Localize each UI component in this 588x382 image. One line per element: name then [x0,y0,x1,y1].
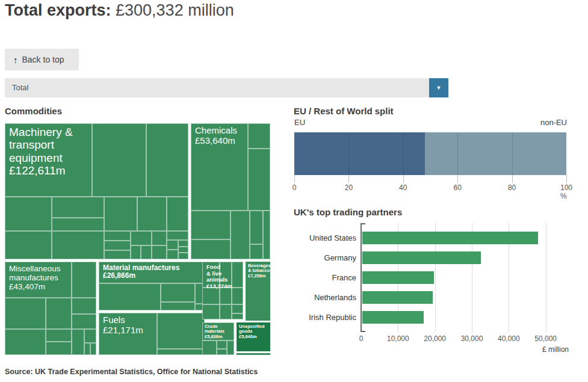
partner-bar-irish-republic[interactable] [362,311,424,324]
treemap-subcell [161,302,195,310]
gridline [403,132,404,175]
treemap-subcell [137,197,167,231]
treemap-cell-crude[interactable]: Crude materials £5,836m [202,322,234,355]
partner-bar-france[interactable] [362,271,434,284]
treemap-subcell [52,197,104,218]
treemap-subcell [248,149,270,211]
page-title-value: £300,332 million [116,1,234,19]
gridline [512,132,513,175]
treemap-subcell [72,298,96,313]
treemap-cell-miscellaneous[interactable]: Miscellaneous manufactures £43,407m [5,262,96,355]
x-axis-tick-label: 50,000 [534,334,557,343]
treemap-cell-other-small[interactable] [237,353,270,355]
treemap-subcell [161,283,195,303]
x-axis-tick [457,175,458,183]
treemap-subcell [5,197,52,231]
treemap-subcell [5,329,46,355]
partner-bar-united-states[interactable] [362,232,538,244]
partner-category-label: United States [294,233,356,242]
treemap-subcell [46,342,72,355]
treemap-subcell [104,241,131,250]
treemap-cell-beverages[interactable]: Beverages & tobacco £7,258m [246,262,270,321]
treemap-subcell [52,231,104,259]
up-arrow-icon: ↑ [13,55,18,65]
treemap-subcell [167,240,178,250]
gridline [457,132,458,175]
treemap-subcell [232,288,243,304]
x-axis-tick-label: 100 [560,183,572,192]
page-title: Total exports: £300,332 million [5,0,234,20]
x-axis-tick-label: 30,000 [461,334,483,343]
partner-bar-germany[interactable] [362,251,481,264]
x-axis-tick [348,175,349,183]
treemap-subcell [220,304,232,319]
eu-segment[interactable] [294,132,425,175]
treemap-subcell [141,245,151,259]
treemap-subcell [232,262,243,288]
treemap-subcell [5,231,52,259]
page-title-label: Total exports: [5,1,111,19]
treemap-subcell [178,253,188,259]
back-to-top-label: Back to top [22,55,64,64]
treemap-subcell [227,340,234,355]
treemap-cell-material[interactable]: Material manufactures £26,866m [99,262,205,310]
treemap-subcell [5,298,46,328]
x-axis-tick-label: 40,000 [498,334,520,343]
treemap-subcell [52,218,104,230]
non-eu-segment[interactable] [425,132,566,175]
y-axis-line [361,223,362,332]
treemap-subcell [46,298,72,328]
treemap-subcell [217,340,227,349]
treemap-subcell [84,329,96,343]
treemap-cell-food[interactable]: Food & live animals £13,374m [202,262,243,319]
x-axis-tick [403,175,404,183]
x-axis-tick-label: 20 [345,183,353,192]
treemap-subcell [84,343,90,355]
treemap-cell-fuels[interactable]: Fuels £21,171m [99,313,205,355]
treemap-subcell [104,250,131,259]
treemap-subcell [202,340,217,355]
partner-category-label: Irish Republic [294,313,356,322]
treemap-subcell [191,211,231,240]
treemap-subcell [146,123,188,197]
treemap-cell-label: Material manufactures £26,866m [99,262,205,283]
x-axis-tick-label: 80 [508,183,516,192]
eu-split-heading: EU / Rest of World split [294,106,394,116]
partner-category-label: Germany [294,253,356,262]
treemap-cell-label: Chemicals £53,640m [191,123,256,149]
eu-split-bar [294,132,566,175]
treemap-cell-machinery[interactable]: Machinery & transport equipment £122,611… [5,123,188,259]
treemap-subcell [72,314,96,329]
treemap-subcell [250,244,263,259]
treemap-subcell [263,211,270,259]
y-axis-line [361,331,365,332]
back-to-top-button[interactable]: ↑ Back to top [5,49,79,70]
treemap-cell-unspecified[interactable]: Unspecified goods £5,640m [237,322,270,351]
treemap-subcell [178,240,188,247]
partner-category-label: France [294,273,356,282]
eu-label: EU [294,118,305,127]
x-axis-tick-label: 0 [359,334,364,343]
source-text: Source: UK Trade Experimental Statistics… [5,368,258,376]
treemap-subcell [104,197,137,231]
treemap-subcell [152,231,167,245]
partner-bar-netherlands[interactable] [362,291,433,304]
dropdown-selected-value: Total [12,78,28,97]
treemap-subcell [72,329,84,355]
treemap-subcell [178,247,188,253]
treemap-subcell [167,231,188,240]
treemap-subcell [131,245,141,259]
x-axis-tick [512,175,513,183]
commodity-dropdown[interactable]: Total ▼ [5,78,448,97]
x-axis-tick [294,175,295,183]
treemap-cell-chemicals[interactable]: Chemicals £53,640m [191,123,270,259]
treemap-cell-label: Miscellaneous manufactures £43,407m [5,262,80,294]
treemap-subcell [250,211,263,245]
treemap-subcell [131,231,151,245]
x-axis-tick-label: 10,000 [387,334,409,343]
y-axis-line [361,223,365,224]
dropdown-open-button[interactable]: ▼ [429,78,448,97]
gridline [546,223,546,332]
x-axis-unit-label: £ million [542,345,569,354]
treemap-subcell [231,211,250,259]
